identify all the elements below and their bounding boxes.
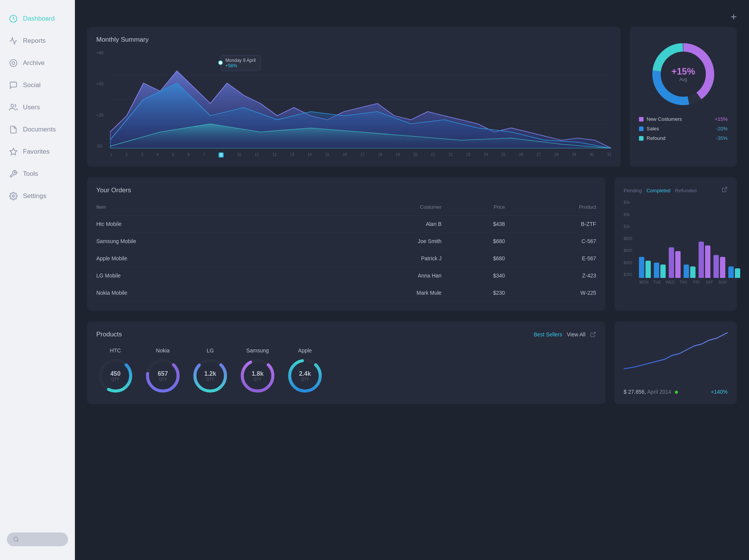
bar-y-labels: $5k $3k $1k $800 $600 $400 $200 bbox=[624, 200, 632, 277]
cell-customer: Joe Smith bbox=[308, 233, 441, 250]
legend-item-new-customers: New Costumers +15% bbox=[639, 116, 728, 122]
orders-row: Your Orders Item Costumer Price Product … bbox=[87, 177, 737, 311]
view-all-link[interactable]: View All bbox=[567, 331, 585, 338]
products-row: Products Best Sellers View All HTC bbox=[87, 321, 737, 404]
bar-group-wed bbox=[669, 247, 681, 278]
qty-label-samsung: QTY bbox=[251, 377, 263, 381]
sidebar-item-tools[interactable]: Tools bbox=[0, 163, 75, 185]
users-icon bbox=[9, 103, 18, 112]
spark-dot bbox=[675, 391, 678, 394]
svg-point-3 bbox=[11, 104, 14, 107]
products-section: Products Best Sellers View All HTC bbox=[87, 321, 605, 404]
orders-table-head: Item Costumer Price Product bbox=[96, 201, 596, 216]
bar-pending-tue bbox=[654, 263, 659, 278]
ring-samsung: 1.8k QTY bbox=[238, 357, 277, 395]
ring-center-apple: 2.4k QTY bbox=[299, 370, 311, 381]
table-row: LG Mobile Anna Han $340 Z-423 bbox=[96, 267, 596, 284]
sidebar-item-favorites[interactable]: Favorites bbox=[0, 141, 75, 163]
spark-amount: $ 27.856, April 2014 bbox=[624, 389, 678, 395]
topbar: + bbox=[87, 11, 737, 23]
orders-chart-header: Pending Completed Refunded bbox=[624, 187, 728, 194]
ring-lg: 1.2k QTY bbox=[191, 357, 229, 395]
qty-label-lg: QTY bbox=[204, 377, 216, 381]
sidebar-item-social[interactable]: Social bbox=[0, 74, 75, 96]
bar-chart: $5k $3k $1k $800 $600 $400 $200 bbox=[624, 200, 728, 284]
col-price: Price bbox=[441, 201, 505, 216]
bar-completed-tue bbox=[660, 265, 666, 278]
legend-label: Refound bbox=[647, 135, 665, 141]
tab-refunded[interactable]: Refunded bbox=[675, 188, 697, 193]
legend-dot-refound bbox=[639, 136, 644, 141]
sidebar-item-label: Settings bbox=[23, 192, 46, 200]
bar-group-thu bbox=[684, 265, 696, 278]
bar-group-sun bbox=[728, 266, 740, 278]
donut-avg: Avg bbox=[671, 77, 695, 82]
monthly-summary-row: Monthly Summary +80 +50 +20 -50 Monday 9… bbox=[87, 27, 737, 167]
sidebar-item-archive[interactable]: Archive bbox=[0, 52, 75, 74]
orders-table-body: Htc Mobile Alan B $438 B-ZTF Samsung Mob… bbox=[96, 216, 596, 302]
sidebar-item-settings[interactable]: Settings bbox=[0, 185, 75, 207]
documents-icon bbox=[9, 125, 18, 134]
export-svg bbox=[721, 187, 728, 193]
cell-price: $230 bbox=[441, 284, 505, 302]
add-button[interactable]: + bbox=[731, 11, 737, 23]
sidebar-item-label: Favorites bbox=[23, 148, 50, 156]
best-sellers-link[interactable]: Best Sellers bbox=[534, 331, 563, 338]
sidebar-item-reports[interactable]: Reports bbox=[0, 30, 75, 52]
chart-canvas: Monday 9 April +58% bbox=[110, 50, 611, 148]
products-actions: Best Sellers View All bbox=[534, 331, 596, 338]
sidebar-item-users[interactable]: Users bbox=[0, 96, 75, 118]
cell-item: Samsung Mobile bbox=[96, 233, 308, 250]
sidebar-item-dashboard[interactable]: Dashboard bbox=[0, 8, 75, 30]
sidebar-item-label: Documents bbox=[23, 126, 56, 133]
donut-chart: +15% Avg bbox=[649, 40, 718, 109]
legend-label: New Costumers bbox=[647, 116, 682, 122]
sidebar-item-label: Tools bbox=[23, 170, 38, 178]
spark-amount-text: $ 27.856, April 2014 bbox=[624, 389, 678, 395]
donut-pct: +15% bbox=[671, 66, 695, 77]
donut-legend: New Costumers +15% Sales -20% Refound bbox=[639, 116, 728, 145]
area-chart: +80 +50 +20 -50 Monday 9 April +58% bbox=[96, 50, 611, 157]
reports-icon bbox=[9, 37, 18, 45]
orders-table: Item Costumer Price Product Htc Mobile A… bbox=[96, 201, 596, 302]
bar-group-sat bbox=[713, 255, 725, 278]
cell-price: $680 bbox=[441, 250, 505, 267]
product-name-apple: Apple bbox=[298, 347, 312, 354]
spark-pct: +140% bbox=[711, 389, 728, 395]
product-name-htc: HTC bbox=[110, 347, 121, 354]
legend-item-sales: Sales -20% bbox=[639, 126, 728, 131]
ring-center-nokia: 657 QTY bbox=[158, 370, 168, 381]
export-icon[interactable] bbox=[721, 187, 728, 194]
sidebar: Dashboard Reports Archive Social Users D… bbox=[0, 0, 75, 560]
bar-group-mon bbox=[639, 257, 651, 278]
tab-completed[interactable]: Completed bbox=[647, 188, 671, 193]
legend-item-refound: Refound -35% bbox=[639, 135, 728, 141]
svg-point-1 bbox=[10, 60, 17, 67]
sidebar-item-documents[interactable]: Documents bbox=[0, 118, 75, 141]
legend-val-refound: -35% bbox=[716, 135, 728, 141]
products-header: Products Best Sellers View All bbox=[96, 331, 596, 338]
tools-icon bbox=[9, 170, 18, 178]
svg-marker-4 bbox=[10, 148, 17, 155]
svg-line-7 bbox=[17, 541, 18, 542]
sidebar-item-label: Archive bbox=[23, 59, 45, 67]
product-name-nokia: Nokia bbox=[156, 347, 170, 354]
search-bar[interactable] bbox=[7, 532, 68, 546]
cell-customer: Mark Mule bbox=[308, 284, 441, 302]
product-samsung: Samsung bbox=[238, 347, 277, 395]
monthly-summary-title: Monthly Summary bbox=[96, 36, 611, 44]
cell-product: C-567 bbox=[505, 233, 596, 250]
tab-pending[interactable]: Pending bbox=[624, 188, 642, 193]
bar-completed-sun bbox=[735, 268, 740, 278]
dashboard-icon bbox=[9, 15, 18, 23]
product-apple: Apple bbox=[286, 347, 324, 395]
monthly-summary-section: Monthly Summary +80 +50 +20 -50 Monday 9… bbox=[87, 27, 621, 167]
export-products-icon[interactable] bbox=[590, 331, 596, 338]
tooltip-date: Monday 9 April bbox=[225, 58, 256, 63]
col-product: Product bbox=[505, 201, 596, 216]
product-nokia: Nokia bbox=[144, 347, 182, 395]
ring-center-lg: 1.2k QTY bbox=[204, 370, 216, 381]
cell-customer: Patrick J bbox=[308, 250, 441, 267]
qty-val-samsung: 1.8k bbox=[251, 370, 263, 377]
chart-tooltip: Monday 9 April +58% bbox=[220, 55, 261, 71]
